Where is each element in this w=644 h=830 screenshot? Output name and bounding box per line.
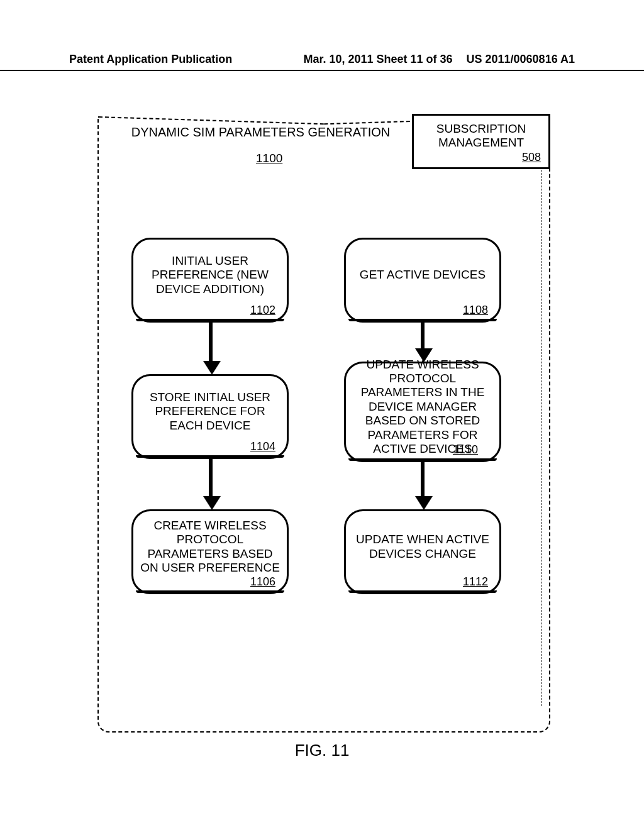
diagram-container-1100: DYNAMIC SIM PARAMETERS GENERATION 1100 S…: [97, 116, 550, 733]
box-1112-ref: 1112: [463, 575, 488, 589]
subscription-management-label: SUBSCRIPTION MANAGEMENT: [419, 122, 543, 150]
box-1108-ref: 1108: [463, 304, 488, 317]
arrow-1104-to-1106: [203, 459, 218, 511]
box-1112: UPDATE WHEN ACTIVE DEVICES CHANGE 1112: [344, 509, 501, 594]
subscription-management-box: SUBSCRIPTION MANAGEMENT 508: [412, 114, 550, 169]
box-1106: CREATE WIRELESS PROTOCOL PARAMETERS BASE…: [131, 509, 289, 594]
patent-page: Patent Application Publication Mar. 10, …: [0, 0, 644, 830]
box-1102-ref: 1102: [250, 304, 275, 317]
arrow-1108-to-1110: [415, 323, 430, 363]
diagram-title-ref: 1100: [256, 152, 282, 165]
box-1108: GET ACTIVE DEVICES 1108: [344, 238, 501, 323]
inner-dash-edge: [541, 160, 541, 706]
figure-label: FIG. 11: [0, 741, 644, 760]
box-1110-ref: 1110: [453, 443, 478, 456]
box-1104-ref: 1104: [250, 440, 275, 453]
box-1108-text: GET ACTIVE DEVICES: [352, 248, 493, 302]
subscription-management-ref: 508: [419, 151, 543, 164]
arrow-1110-to-1112: [415, 462, 430, 511]
box-1102: INITIAL USER PREFERENCE (NEW DEVICE ADDI…: [131, 238, 289, 323]
box-1110-text: UPDATE WIRELESS PROTOCOL PARAMETERS IN T…: [352, 372, 493, 441]
box-1104-text: STORE INITIAL USER PREFERENCE FOR EACH D…: [140, 385, 280, 438]
box-1104: STORE INITIAL USER PREFERENCE FOR EACH D…: [131, 374, 289, 459]
box-1106-ref: 1106: [250, 575, 275, 589]
header-right: US 2011/0060816 A1: [467, 53, 575, 66]
arrow-1102-to-1104: [203, 323, 218, 375]
header-left: Patent Application Publication: [69, 53, 232, 66]
box-1112-text: UPDATE WHEN ACTIVE DEVICES CHANGE: [352, 520, 493, 573]
box-1106-text: CREATE WIRELESS PROTOCOL PARAMETERS BASE…: [140, 520, 280, 573]
diagram-title: DYNAMIC SIM PARAMETERS GENERATION: [124, 125, 397, 140]
box-1102-text: INITIAL USER PREFERENCE (NEW DEVICE ADDI…: [140, 248, 280, 302]
page-header: Patent Application Publication Mar. 10, …: [0, 53, 644, 71]
header-center: Mar. 10, 2011 Sheet 11 of 36: [303, 53, 452, 66]
box-1110: UPDATE WIRELESS PROTOCOL PARAMETERS IN T…: [344, 362, 501, 462]
